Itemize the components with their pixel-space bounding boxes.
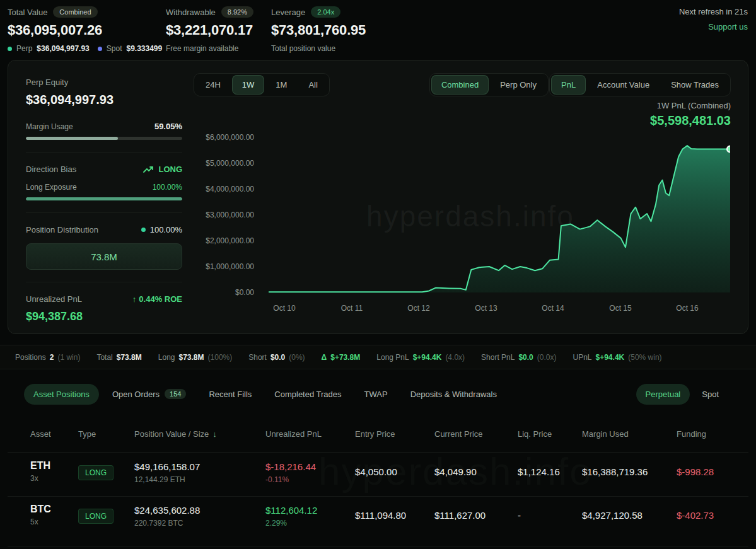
leverage-value: $73,801,760.95 <box>271 22 366 38</box>
col-entry-price[interactable]: Entry Price <box>355 429 395 439</box>
long-exposure-bar <box>26 197 182 200</box>
x-tick: Oct 15 <box>609 304 631 313</box>
position-size: 12,144.29 ETH <box>134 475 200 484</box>
col-funding[interactable]: Funding <box>677 429 706 439</box>
liq-price: $1,124.16 <box>518 466 560 477</box>
pnl-readout-value: $5,598,481.03 <box>650 113 731 128</box>
withdrawable-pct-badge: 8.92% <box>221 6 253 18</box>
entry-price: $111,094.80 <box>355 510 406 521</box>
current-price: $4,049.90 <box>434 466 477 477</box>
view-account-value-button[interactable]: Account Value <box>587 75 660 95</box>
direction-bias-label: Direction Bias <box>26 165 76 174</box>
range-1w-button[interactable]: 1W <box>232 75 265 95</box>
leverage-sub: Total position value <box>271 44 366 53</box>
sort-descending-icon: ↓ <box>212 429 217 439</box>
open-orders-count-badge: 154 <box>165 389 186 399</box>
mode-combined-button[interactable]: Combined <box>431 75 489 95</box>
refresh-countdown: Next refresh in 21s <box>679 7 748 16</box>
col-position-value[interactable]: Position Value / Size↓ <box>134 429 217 439</box>
table-row-btc[interactable]: BTC 5x LONG $24,635,602.88 220.7392 BTC … <box>0 499 756 539</box>
asset-leverage: 3x <box>30 474 50 483</box>
summary-total: Total $73.8M <box>96 353 141 362</box>
positions-table-header: Asset Type Position Value / Size↓ Unreal… <box>0 429 756 442</box>
total-value-label: Total Value <box>8 8 47 17</box>
summary-long: Long $73.8M (100%) <box>158 353 232 362</box>
divider <box>26 152 182 153</box>
col-liq-price[interactable]: Liq. Price <box>518 429 552 439</box>
pnl-chart[interactable] <box>269 133 730 296</box>
support-us-link[interactable]: Support us <box>679 22 748 32</box>
total-value-stat: Total Value Combined $36,095,007.26 Perp… <box>8 6 162 53</box>
col-unrealized-pnl[interactable]: Unrealized PnL <box>265 429 322 439</box>
tab-recent-fills[interactable]: Recent Fills <box>199 384 261 405</box>
x-tick: Oct 12 <box>407 304 429 313</box>
position-value: $24,635,602.88 <box>134 505 200 516</box>
spot-value: $9.333499 <box>126 44 162 53</box>
margin-used: $16,388,719.36 <box>582 466 648 477</box>
tab-deposits-withdrawals[interactable]: Deposits & Withdrawals <box>401 384 506 405</box>
divider <box>8 496 748 497</box>
divider <box>8 546 748 546</box>
range-1m-button[interactable]: 1M <box>265 75 297 95</box>
positions-summary-bar: Positions 2 (1 win) Total $73.8M Long $7… <box>0 345 756 369</box>
range-all-button[interactable]: All <box>298 75 327 95</box>
y-tick: $0.00 <box>185 288 254 297</box>
long-badge: LONG <box>78 465 113 480</box>
liq-price: - <box>518 510 521 521</box>
margin-usage-value: 59.05% <box>154 122 182 131</box>
col-type[interactable]: Type <box>78 429 96 439</box>
pnl-readout-label: 1W PnL (Combined) <box>650 101 731 110</box>
unrealized-pnl-label: Unrealized PnL <box>26 294 82 304</box>
current-value-marker-icon <box>727 146 730 153</box>
mode-selector: Combined Perp Only <box>429 73 549 96</box>
tab-completed-trades[interactable]: Completed Trades <box>265 384 351 405</box>
long-badge: LONG <box>78 509 113 524</box>
margin-usage-label: Margin Usage <box>26 122 73 131</box>
perp-value: $36,094,997.93 <box>37 44 89 53</box>
perp-equity-label: Perp Equity <box>26 78 182 87</box>
range-24h-button[interactable]: 24H <box>195 75 231 95</box>
spot-label: Spot <box>107 44 122 53</box>
summary-long-pnl: Long PnL $+94.4K (4.0x) <box>376 353 465 362</box>
perp-label: Perp <box>16 44 32 53</box>
summary-delta: Δ $+73.8M <box>322 353 361 362</box>
funding: $-998.28 <box>677 466 714 477</box>
funding: $-402.73 <box>677 510 714 521</box>
position-distribution-label: Position Distribution <box>26 225 98 234</box>
view-show-trades-button[interactable]: Show Trades <box>661 75 729 95</box>
withdrawable-label: Withdrawable <box>166 8 216 17</box>
withdrawable-value: $3,221,070.17 <box>166 22 253 38</box>
range-selector: 24H 1W 1M All <box>194 73 330 96</box>
view-pnl-button[interactable]: PnL <box>551 75 586 95</box>
distribution-segment[interactable]: 73.8M <box>26 243 182 270</box>
unrealized-pnl-pct: -0.11% <box>265 475 316 484</box>
up-arrow-icon: ↑ <box>132 294 137 304</box>
tab-twap[interactable]: TWAP <box>355 384 397 405</box>
x-tick: Oct 16 <box>676 304 698 313</box>
col-current-price[interactable]: Current Price <box>434 429 483 439</box>
position-distribution-pct: 100.00% <box>150 225 182 234</box>
tab-open-orders[interactable]: Open Orders 154 <box>103 383 196 405</box>
y-tick: $6,000,000.00 <box>185 133 254 142</box>
y-tick: $3,000,000.00 <box>185 211 254 219</box>
tab-asset-positions[interactable]: Asset Positions <box>24 384 99 405</box>
withdrawable-sub: Free margin available <box>166 44 253 53</box>
total-value: $36,095,007.26 <box>8 22 162 38</box>
market-perpetual-button[interactable]: Perpetual <box>636 384 690 405</box>
roe-value: 0.44% ROE <box>139 294 182 304</box>
perp-equity-value: $36,094,997.93 <box>26 93 182 107</box>
asset-symbol: BTC <box>30 504 51 514</box>
col-margin-used[interactable]: Margin Used <box>582 429 629 439</box>
mode-perp-only-button[interactable]: Perp Only <box>490 75 547 95</box>
col-asset[interactable]: Asset <box>30 429 51 439</box>
unrealized-pnl-pct: 2.29% <box>265 519 317 528</box>
market-spot-button[interactable]: Spot <box>692 384 728 405</box>
direction-bias-value: LONG <box>158 165 182 174</box>
summary-positions: Positions 2 (1 win) <box>15 353 80 362</box>
y-tick: $4,000,000.00 <box>185 185 254 194</box>
distribution-dot-icon <box>141 228 146 232</box>
position-size: 220.7392 BTC <box>134 519 200 528</box>
y-tick: $1,000,000.00 <box>185 262 254 271</box>
table-row-eth[interactable]: ETH 3x LONG $49,166,158.07 12,144.29 ETH… <box>0 455 756 495</box>
leverage-label: Leverage <box>271 8 305 17</box>
